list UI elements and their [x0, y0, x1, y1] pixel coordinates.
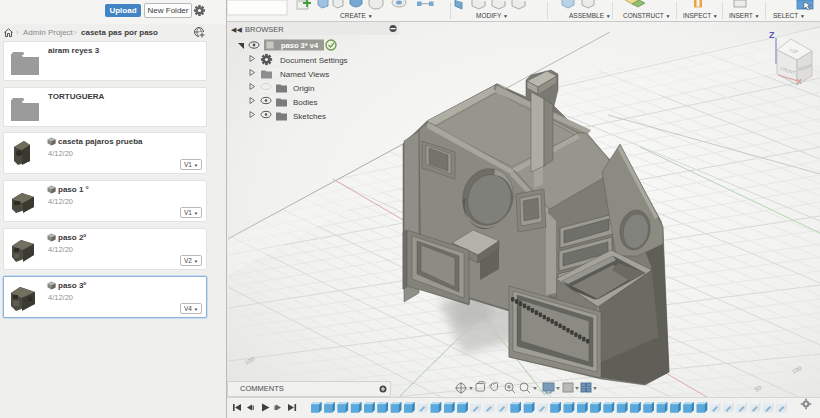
svg-text:Origin: Origin — [293, 84, 314, 93]
svg-text:paso 3* v4: paso 3* v4 — [281, 41, 319, 50]
svg-text:BROWSER: BROWSER — [245, 25, 284, 34]
svg-text:Z: Z — [769, 30, 775, 40]
svg-text:◀◀: ◀◀ — [231, 26, 242, 33]
svg-text:X: X — [797, 77, 802, 86]
svg-text:Named Views: Named Views — [280, 70, 329, 79]
svg-text:Document Settings: Document Settings — [280, 56, 348, 65]
svg-text:Sketches: Sketches — [293, 112, 326, 121]
svg-text:Bodies: Bodies — [293, 98, 317, 107]
